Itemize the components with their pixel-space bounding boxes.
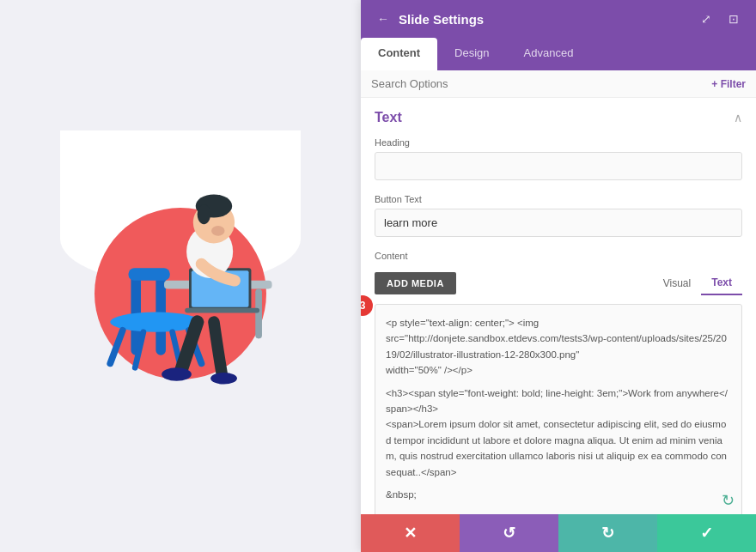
illustration	[34, 130, 326, 422]
editor-toolbar: ADD MEDIA Visual Text	[361, 268, 756, 299]
add-media-button[interactable]: ADD MEDIA	[375, 272, 456, 294]
redo-button[interactable]: ↻	[558, 514, 657, 552]
button-text-label: Button Text	[375, 194, 742, 204]
undo-button[interactable]: ↺	[460, 514, 558, 552]
svg-rect-2	[129, 268, 170, 280]
panel-header: ← Slide Settings ⤢ ⊡	[361, 0, 756, 38]
panel-content: Text ∧ Heading Button Text Content ADD M…	[361, 98, 756, 514]
button-text-input[interactable]	[375, 209, 742, 237]
svg-line-4	[110, 330, 122, 363]
text-view-button[interactable]: Text	[701, 271, 742, 295]
filter-button[interactable]: + Filter	[711, 78, 746, 90]
tab-design[interactable]: Design	[437, 38, 506, 70]
tabs-bar: Content Design Advanced	[361, 38, 756, 70]
editor-wrapper: 3 <p style="text-align: center;"> <img s…	[361, 304, 756, 514]
editor-content[interactable]: <p style="text-align: center;"> <img src…	[375, 304, 742, 514]
visual-view-button[interactable]: Visual	[653, 271, 701, 295]
panel-title: Slide Settings	[399, 12, 484, 27]
svg-rect-12	[185, 307, 259, 312]
bottom-toolbar: ✕ ↺ ↻ ✓	[361, 514, 756, 552]
svg-point-16	[198, 204, 210, 224]
search-bar: + Filter	[361, 70, 756, 98]
heading-label: Heading	[375, 137, 742, 148]
text-section-title: Text	[375, 110, 402, 125]
content-label: Content	[361, 247, 756, 261]
text-section-toggle[interactable]: ∧	[734, 111, 742, 124]
svg-point-19	[210, 373, 237, 385]
panel-header-left: ← Slide Settings	[375, 10, 484, 27]
text-section: Text ∧ Heading Button Text Content ADD M…	[361, 98, 756, 514]
canvas-area	[0, 0, 361, 552]
text-section-header: Text ∧	[361, 98, 756, 134]
split-icon[interactable]: ⊡	[725, 10, 742, 27]
tab-content[interactable]: Content	[361, 38, 437, 71]
svg-point-18	[162, 367, 192, 380]
svg-rect-9	[255, 288, 262, 338]
svg-point-17	[211, 226, 224, 236]
maximize-icon[interactable]: ⤢	[698, 10, 715, 27]
heading-input[interactable]	[375, 152, 742, 180]
header-icons: ⤢ ⊡	[698, 10, 742, 27]
button-text-field: Button Text	[361, 191, 756, 247]
refresh-icon[interactable]: ↻	[722, 488, 735, 513]
search-input[interactable]	[371, 77, 711, 90]
view-toggle: Visual Text	[653, 271, 742, 295]
back-icon[interactable]: ←	[375, 10, 392, 27]
save-button[interactable]: ✓	[657, 514, 756, 552]
tab-advanced[interactable]: Advanced	[507, 38, 591, 70]
settings-panel: ← Slide Settings ⤢ ⊡ Content Design Adva…	[361, 0, 756, 552]
heading-field: Heading	[361, 134, 756, 191]
cancel-button[interactable]: ✕	[361, 514, 460, 552]
person-svg	[77, 156, 301, 397]
